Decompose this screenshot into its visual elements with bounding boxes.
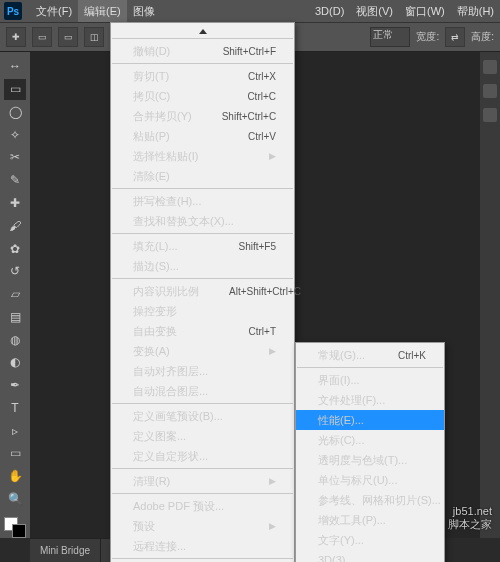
shape-tool[interactable]: ▭ [4, 443, 26, 464]
menu-item-label: 变换(A) [133, 344, 261, 359]
menu-item-label: 拷贝(C) [133, 89, 247, 104]
menu-item-label: 预设 [133, 519, 261, 534]
heal-tool[interactable]: ✚ [4, 193, 26, 214]
edit-menu-item: 自动混合图层... [111, 381, 294, 401]
submenu-arrow-icon: ▶ [269, 521, 276, 531]
menu-item-label: 粘贴(P) [133, 129, 248, 144]
edit-menu-item[interactable]: 远程连接... [111, 536, 294, 556]
menu-item-shortcut: Ctrl+V [248, 131, 276, 142]
edit-menu-item: 自由变换Ctrl+T [111, 321, 294, 341]
eraser-tool[interactable]: ▱ [4, 284, 26, 305]
menu-edit[interactable]: 编辑(E) [78, 0, 127, 22]
panel-strip [480, 52, 500, 538]
edit-menu-item[interactable]: 剪切(T)Ctrl+X [111, 66, 294, 86]
menu-item-label: 操控变形 [133, 304, 276, 319]
type-tool[interactable]: T [4, 397, 26, 418]
menubar: Ps 文件(F) 编辑(E) 图像 3D(D) 视图(V) 窗口(W) 帮助(H… [0, 0, 500, 22]
menu-item-label: 单位与标尺(U)... [318, 473, 427, 488]
menu-item-shortcut: Alt+Shift+Ctrl+C [229, 286, 301, 297]
menu-3d[interactable]: 3D(D) [309, 0, 350, 22]
height-label: 高度: [471, 30, 494, 44]
edit-menu-item: 自动对齐图层... [111, 361, 294, 381]
path-tool[interactable]: ▹ [4, 420, 26, 441]
history-brush-tool[interactable]: ↺ [4, 261, 26, 282]
menu-item-label: 性能(E)... [318, 413, 426, 428]
menu-help[interactable]: 帮助(H) [451, 0, 500, 22]
menu-item-shortcut: Shift+F5 [238, 241, 276, 252]
edit-menu-item: 清除(E) [111, 166, 294, 186]
prefs-menu-item[interactable]: 光标(C)... [296, 430, 444, 450]
watermark: jb51.net 脚本之家 [448, 505, 492, 532]
opt-icon-2[interactable]: ▭ [58, 27, 78, 47]
prefs-menu-item[interactable]: 增效工具(P)... [296, 510, 444, 530]
tool-preset-icon[interactable]: ✚ [6, 27, 26, 47]
marquee-tool[interactable]: ▭ [4, 79, 26, 100]
prefs-menu-item[interactable]: 3D(3)... [296, 550, 444, 562]
blur-tool[interactable]: ◍ [4, 329, 26, 350]
menu-item-label: 合并拷贝(Y) [133, 109, 222, 124]
submenu-arrow-icon: ▶ [269, 151, 276, 161]
prefs-menu-item[interactable]: 文件处理(F)... [296, 390, 444, 410]
edit-menu-item: 变换(A)▶ [111, 341, 294, 361]
width-label: 宽度: [416, 30, 439, 44]
menu-item-shortcut: Shift+Ctrl+F [223, 46, 276, 57]
menu-item-label: 拼写检查(H)... [133, 194, 276, 209]
prefs-menu-item[interactable]: 透明度与色域(T)... [296, 450, 444, 470]
menu-item-label: 定义自定形状... [133, 449, 276, 464]
crop-tool[interactable]: ✂ [4, 147, 26, 168]
menu-image[interactable]: 图像 [127, 0, 161, 22]
prefs-menu-item[interactable]: 参考线、网格和切片(S)... [296, 490, 444, 510]
pen-tool[interactable]: ✒ [4, 375, 26, 396]
menu-window[interactable]: 窗口(W) [399, 0, 451, 22]
edit-menu-item[interactable]: 选择性粘贴(I)▶ [111, 146, 294, 166]
prefs-menu-item[interactable]: 常规(G)...Ctrl+K [296, 345, 444, 365]
edit-menu-item[interactable]: 清理(R)▶ [111, 471, 294, 491]
edit-menu-item[interactable]: 拷贝(C)Ctrl+C [111, 86, 294, 106]
submenu-arrow-icon: ▶ [269, 476, 276, 486]
prefs-menu-item[interactable]: 文字(Y)... [296, 530, 444, 550]
tools-panel: ↔ ▭ ◯ ✧ ✂ ✎ ✚ 🖌 ✿ ↺ ▱ ▤ ◍ ◐ ✒ T ▹ ▭ ✋ 🔍 [0, 52, 30, 538]
menu-item-label: 定义图案... [133, 429, 276, 444]
preferences-submenu: 常规(G)...Ctrl+K界面(I)...文件处理(F)...性能(E)...… [295, 342, 445, 562]
lasso-tool[interactable]: ◯ [4, 102, 26, 123]
brush-tool[interactable]: 🖌 [4, 215, 26, 236]
color-swatches[interactable] [4, 517, 26, 538]
menu-file[interactable]: 文件(F) [30, 0, 78, 22]
swap-icon[interactable]: ⇄ [445, 27, 465, 47]
panel-icon[interactable] [483, 84, 497, 98]
prefs-menu-item[interactable]: 界面(I)... [296, 370, 444, 390]
blend-mode-select[interactable]: 正常 [370, 27, 410, 47]
edit-menu-item: 定义自定形状... [111, 446, 294, 466]
gradient-tool[interactable]: ▤ [4, 306, 26, 327]
eyedropper-tool[interactable]: ✎ [4, 170, 26, 191]
zoom-tool[interactable]: 🔍 [4, 489, 26, 510]
menu-item-shortcut: Ctrl+K [398, 350, 426, 361]
stamp-tool[interactable]: ✿ [4, 238, 26, 259]
edit-menu-item[interactable]: 填充(L)...Shift+F5 [111, 236, 294, 256]
background-swatch[interactable] [12, 524, 26, 538]
opt-icon-3[interactable]: ◫ [84, 27, 104, 47]
hand-tool[interactable]: ✋ [4, 466, 26, 487]
prefs-menu-item[interactable]: 性能(E)... [296, 410, 444, 430]
menu-item-label: 文件处理(F)... [318, 393, 426, 408]
edit-menu-item[interactable]: 粘贴(P)Ctrl+V [111, 126, 294, 146]
panel-icon[interactable] [483, 108, 497, 122]
menu-item-label: 定义画笔预设(B)... [133, 409, 276, 424]
prefs-menu-item[interactable]: 单位与标尺(U)... [296, 470, 444, 490]
edit-menu-dropdown: 撤销(D)Shift+Ctrl+F剪切(T)Ctrl+X拷贝(C)Ctrl+C合… [110, 22, 295, 562]
menu-item-shortcut: Ctrl+T [249, 326, 277, 337]
menu-item-label: 光标(C)... [318, 433, 426, 448]
move-tool[interactable]: ↔ [4, 56, 26, 77]
wand-tool[interactable]: ✧ [4, 124, 26, 145]
tab-mini-bridge[interactable]: Mini Bridge [30, 539, 101, 563]
menu-item-shortcut: Ctrl+C [247, 91, 276, 102]
menu-view[interactable]: 视图(V) [350, 0, 399, 22]
opt-icon-1[interactable]: ▭ [32, 27, 52, 47]
menu-item-label: 3D(3)... [318, 554, 426, 562]
dodge-tool[interactable]: ◐ [4, 352, 26, 373]
edit-menu-item[interactable]: 合并拷贝(Y)Shift+Ctrl+C [111, 106, 294, 126]
panel-icon[interactable] [483, 60, 497, 74]
edit-menu-item[interactable]: Adobe PDF 预设... [111, 496, 294, 516]
edit-menu-item: 撤销(D)Shift+Ctrl+F [111, 41, 294, 61]
edit-menu-item[interactable]: 预设▶ [111, 516, 294, 536]
